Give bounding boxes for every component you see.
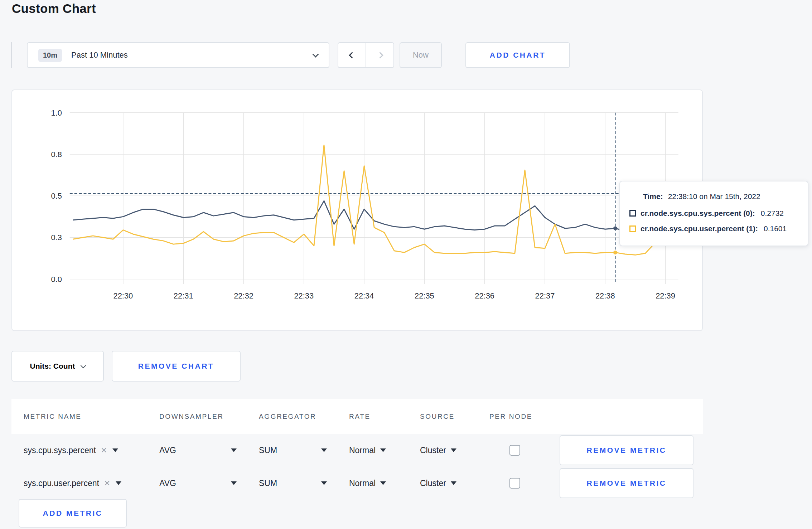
- tooltip-series-value: 0.1601: [764, 224, 787, 233]
- caret-down-icon: [321, 481, 327, 485]
- next-range-button[interactable]: [366, 43, 393, 67]
- chevron-down-icon: [312, 51, 319, 57]
- source-value: Cluster: [420, 446, 446, 455]
- y-tick-label: 0.5: [51, 191, 62, 200]
- remove-metric-button[interactable]: REMOVE METRIC: [560, 468, 693, 498]
- tooltip-series-row: cr.node.sys.cpu.sys.percent (0): 0.2732: [629, 209, 808, 218]
- tooltip-time-label: Time:: [643, 192, 663, 200]
- col-header-rate: RATE: [349, 413, 420, 421]
- x-tick-label: 22:36: [475, 291, 494, 300]
- metric-name: sys.cpu.sys.percent: [24, 446, 96, 455]
- downsampler-value: AVG: [159, 446, 176, 455]
- caret-down-icon: [321, 448, 327, 452]
- time-range-badge: 10m: [38, 49, 62, 62]
- units-label: Units: Count: [30, 362, 75, 370]
- rate-value: Normal: [349, 446, 376, 455]
- user-series-swatch-icon: [629, 225, 636, 232]
- metric-name-cell[interactable]: sys.cpu.sys.percent ×: [24, 445, 159, 455]
- caret-down-icon: [380, 448, 386, 452]
- metric-row: sys.cpu.user.percent × AVG SUM Normal Cl…: [11, 467, 703, 500]
- chart-card: 0.00.30.50.81.022:3022:3122:3222:3322:34…: [11, 89, 703, 331]
- aggregator-select[interactable]: SUM: [259, 479, 349, 488]
- add-metric-button[interactable]: ADD METRIC: [19, 499, 127, 528]
- rate-value: Normal: [349, 479, 376, 488]
- x-tick-label: 22:31: [174, 291, 193, 300]
- x-tick-label: 22:30: [113, 291, 133, 300]
- source-value: Cluster: [420, 479, 446, 488]
- sys-series-swatch-icon: [629, 210, 636, 217]
- chevron-down-icon: [81, 363, 86, 368]
- per-node-checkbox[interactable]: [509, 478, 520, 489]
- downsampler-select[interactable]: AVG: [159, 479, 259, 488]
- y-tick-label: 0.3: [51, 233, 62, 242]
- custom-chart-page: Custom Chart 10m Past 10 Minutes Now ADD…: [0, 0, 812, 529]
- x-tick-label: 22:34: [354, 291, 374, 300]
- time-range-nav: [338, 42, 394, 68]
- col-header-per-node: PER NODE: [489, 413, 549, 421]
- time-range-select[interactable]: 10m Past 10 Minutes: [27, 42, 329, 68]
- rate-select[interactable]: Normal: [349, 479, 420, 488]
- tooltip-series-name: cr.node.sys.cpu.user.percent (1):: [641, 224, 758, 233]
- col-header-source: SOURCE: [420, 413, 489, 421]
- caret-down-icon[interactable]: [112, 448, 118, 452]
- caret-down-icon: [231, 481, 237, 485]
- time-range-label: Past 10 Minutes: [71, 50, 128, 60]
- crosshair-dot: [613, 226, 617, 230]
- metrics-table-header: METRIC NAME DOWNSAMPLER AGGREGATOR RATE …: [11, 399, 703, 434]
- chart-tooltip: Time:22:38:10 on Mar 15th, 2022 cr.node.…: [619, 181, 808, 246]
- per-node-checkbox[interactable]: [509, 445, 520, 456]
- metric-row: sys.cpu.sys.percent × AVG SUM Normal Clu…: [11, 434, 703, 467]
- tooltip-series-name: cr.node.sys.cpu.sys.percent (0):: [641, 209, 755, 218]
- downsampler-value: AVG: [159, 479, 176, 488]
- page-title: Custom Chart: [12, 1, 96, 16]
- tooltip-series-row: cr.node.sys.cpu.user.percent (1): 0.1601: [629, 224, 808, 233]
- remove-chart-button[interactable]: REMOVE CHART: [112, 351, 241, 382]
- col-header-downsampler: DOWNSAMPLER: [159, 413, 259, 421]
- caret-down-icon: [451, 448, 456, 452]
- col-header-metric-name: METRIC NAME: [24, 413, 159, 421]
- series-line: [73, 145, 676, 255]
- metric-name: sys.cpu.user.percent: [24, 479, 99, 488]
- rate-select[interactable]: Normal: [349, 446, 420, 455]
- x-tick-label: 22:38: [595, 291, 615, 300]
- aggregator-value: SUM: [259, 446, 277, 455]
- x-tick-label: 22:33: [294, 291, 314, 300]
- chevron-right-icon: [377, 52, 383, 58]
- x-tick-label: 22:35: [415, 291, 434, 300]
- timeseries-chart[interactable]: 0.00.30.50.81.022:3022:3122:3222:3322:34…: [12, 90, 702, 330]
- caret-down-icon: [451, 481, 456, 485]
- tooltip-time: Time:22:38:10 on Mar 15th, 2022: [643, 192, 808, 201]
- units-select[interactable]: Units: Count: [11, 351, 104, 382]
- remove-metric-button[interactable]: REMOVE METRIC: [560, 435, 693, 465]
- toolbar-divider: [11, 42, 12, 68]
- now-button[interactable]: Now: [400, 42, 442, 68]
- y-tick-label: 0.8: [51, 150, 62, 159]
- caret-down-icon: [231, 448, 237, 452]
- caret-down-icon: [380, 481, 386, 485]
- metric-name-cell[interactable]: sys.cpu.user.percent ×: [24, 478, 159, 488]
- x-tick-label: 22:37: [535, 291, 555, 300]
- tooltip-time-value: 22:38:10 on Mar 15th, 2022: [668, 192, 760, 200]
- x-tick-label: 22:39: [656, 291, 675, 300]
- source-select[interactable]: Cluster: [420, 479, 489, 488]
- clear-metric-icon[interactable]: ×: [101, 445, 107, 455]
- aggregator-value: SUM: [259, 479, 277, 488]
- x-tick-label: 22:32: [234, 291, 253, 300]
- source-select[interactable]: Cluster: [420, 446, 489, 455]
- add-chart-button[interactable]: ADD CHART: [465, 42, 570, 68]
- clear-metric-icon[interactable]: ×: [104, 478, 110, 488]
- aggregator-select[interactable]: SUM: [259, 446, 349, 455]
- caret-down-icon[interactable]: [116, 481, 121, 485]
- prev-range-button[interactable]: [338, 43, 366, 67]
- crosshair-dot: [613, 251, 617, 254]
- col-header-aggregator: AGGREGATOR: [259, 413, 349, 421]
- chevron-left-icon: [349, 52, 355, 58]
- downsampler-select[interactable]: AVG: [159, 446, 259, 455]
- y-tick-label: 1.0: [51, 108, 62, 117]
- y-tick-label: 0.0: [51, 275, 62, 284]
- tooltip-series-value: 0.2732: [761, 209, 784, 218]
